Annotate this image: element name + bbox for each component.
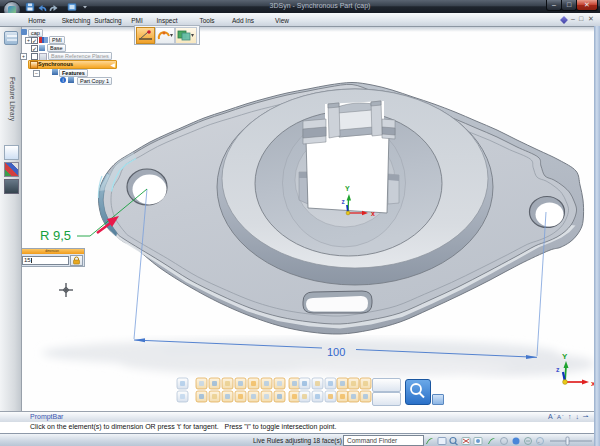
svg-text:Y: Y	[562, 352, 568, 361]
svg-text:Y: Y	[345, 185, 350, 192]
svg-text:z: z	[556, 366, 560, 373]
svg-text:-: -	[538, 439, 540, 445]
svg-text:R 9,5: R 9,5	[40, 228, 71, 243]
svg-text:x: x	[371, 210, 375, 217]
svg-text:100: 100	[327, 346, 345, 358]
